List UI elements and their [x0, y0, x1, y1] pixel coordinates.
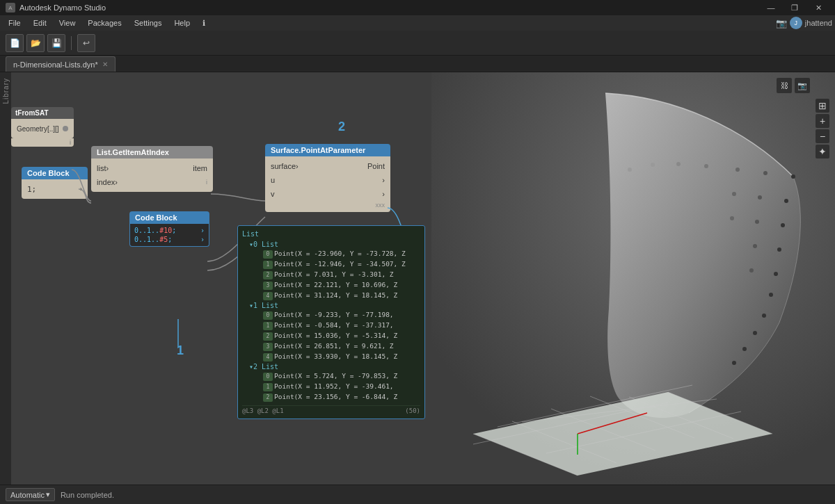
- output-list-title: List: [242, 230, 259, 238]
- surface-point: [791, 174, 795, 179]
- codeblock2-line1-port[interactable]: ›: [200, 227, 205, 234]
- library-label: Library: [2, 78, 10, 104]
- codeblock2-line2-port[interactable]: ›: [200, 236, 205, 243]
- node-codeblock2-header: Code Block: [129, 211, 209, 224]
- output-item-2-0: 0Point(X = 5.724, Y = -79.853, Z: [263, 371, 420, 382]
- list-input-label: list: [97, 164, 106, 172]
- canvas-number-1: 1: [177, 343, 184, 358]
- index-input-label: index: [97, 178, 115, 186]
- tab-label: n-Dimensional-Lists.dyn*: [13, 60, 98, 69]
- u-input-arrow: ›: [382, 176, 385, 184]
- zoom-fit-icon[interactable]: ⊞: [816, 99, 829, 113]
- node-getitem-header: List.GetItemAtIndex: [91, 146, 213, 158]
- node-codeblock1-code-row: 1; ›: [22, 182, 88, 196]
- node-surface-row-v: v ›: [265, 187, 390, 201]
- output-section-2-label: ▾2 List: [249, 362, 420, 371]
- minimize-button[interactable]: —: [760, 0, 782, 15]
- library-panel[interactable]: Library: [0, 72, 11, 485]
- node-codeblock1-body: 1; ›: [22, 179, 88, 199]
- wire-getitem-to-surface: [211, 194, 265, 201]
- output-item-1-2: 2Point(X = 15.036, Y = -5.314, Z: [263, 331, 420, 341]
- surface-point: [732, 361, 736, 365]
- geometry-output-port[interactable]: [63, 126, 68, 131]
- titlebar-controls[interactable]: — ❐ ✕: [760, 0, 829, 15]
- tabbar: n-Dimensional-Lists.dyn* ✕: [0, 56, 835, 72]
- surface-point: [753, 331, 757, 335]
- surface-point: [763, 171, 768, 175]
- output-item-0-0: 0Point(X = -23.960, Y = -73.728, Z: [263, 249, 420, 259]
- item-output-label: item: [109, 164, 207, 172]
- surface-point: [676, 162, 681, 166]
- menu-help[interactable]: Help: [168, 17, 196, 29]
- viewport-icons: ⛓ 📷 ⊞: [777, 78, 829, 113]
- open-file-button[interactable]: 📂: [26, 34, 45, 52]
- surface-point: [735, 168, 740, 172]
- output-item-2-1: 1Point(X = 11.952, Y = -39.461,: [263, 382, 420, 392]
- viewport-3d: ⛓ 📷 ⊞ + − ✦: [431, 72, 835, 485]
- node-codeblock2[interactable]: Code Block 0..1..#10; › 0..1..#5; ›: [129, 211, 209, 247]
- output-section-1: ▾1 List 0Point(X = -9.233, Y = -77.198, …: [242, 301, 420, 362]
- run-mode-label: Automatic: [10, 491, 45, 499]
- surface-point: [774, 272, 778, 276]
- output-item-0-1: 1Point(X = -12.946, Y = -34.507, Z: [263, 259, 420, 270]
- output-section-0-label: ▾0 List: [249, 240, 420, 249]
- surface-point: [704, 164, 708, 168]
- output-section-2-items: 0Point(X = 5.724, Y = -79.853, Z 1Point(…: [249, 371, 420, 403]
- output-section-1-label: ▾1 List: [249, 301, 420, 310]
- menu-view[interactable]: View: [54, 17, 81, 29]
- viewport-camera-icon[interactable]: 📷: [795, 78, 810, 93]
- node-fromsatw[interactable]: tFromSAT Geometry[..][] i: [11, 107, 74, 147]
- menubar: File Edit View Packages Settings Help ℹ …: [0, 15, 835, 31]
- menu-edit[interactable]: Edit: [28, 17, 52, 29]
- surface-point: [651, 163, 655, 167]
- output-footer-right: (50): [405, 407, 420, 414]
- camera-icon: 📷: [776, 18, 787, 29]
- surface-point: [777, 247, 781, 252]
- zoom-fit-button[interactable]: ✦: [816, 145, 829, 158]
- toolbar: 📄 📂 💾 ↩: [0, 31, 835, 56]
- zoom-out-button[interactable]: −: [816, 129, 829, 143]
- close-button[interactable]: ✕: [807, 0, 829, 15]
- node-codeblock2-line2: 0..1..#5; ›: [130, 235, 209, 244]
- surface-point: [730, 216, 734, 220]
- menu-settings[interactable]: Settings: [129, 17, 168, 29]
- new-file-button[interactable]: 📄: [6, 34, 24, 52]
- surface-point: [628, 168, 632, 172]
- codeblock1-output-port[interactable]: ›: [80, 186, 82, 193]
- node-codeblock1-header: Code Block: [22, 167, 88, 179]
- v-input-label: v: [271, 190, 275, 198]
- user-avatar: J: [790, 17, 802, 29]
- viewport-link-icon[interactable]: ⛓: [777, 78, 792, 93]
- save-file-button[interactable]: 💾: [47, 34, 65, 52]
- zoom-in-button[interactable]: +: [816, 114, 829, 128]
- codeblock1-code: 1;: [27, 185, 36, 194]
- output-item-0-4: 4Point(X = 31.124, Y = 18.145, Z: [263, 291, 420, 301]
- titlebar: A Autodesk Dynamo Studio — ❐ ✕: [0, 0, 835, 15]
- node-codeblock1[interactable]: Code Block 1; ›: [22, 167, 88, 199]
- active-tab[interactable]: n-Dimensional-Lists.dyn* ✕: [6, 56, 116, 72]
- output-item-1-3: 3Point(X = 26.851, Y = 9.621, Z: [263, 341, 420, 352]
- node-surface[interactable]: Surface.PointAtParameter surface › Point…: [265, 144, 390, 212]
- tab-close-button[interactable]: ✕: [102, 60, 108, 68]
- surface-point: [753, 244, 757, 248]
- output-item-1-0: 0Point(X = -9.233, Y = -77.198,: [263, 310, 420, 320]
- surface-point: [749, 268, 754, 273]
- output-section-2: ▾2 List 0Point(X = 5.724, Y = -79.853, Z…: [242, 362, 420, 403]
- surface-point: [732, 192, 736, 196]
- node-getitem-row-index: index › i: [91, 175, 213, 189]
- output-footer: @L3 @L2 @L1 (50): [242, 405, 420, 414]
- scene-svg: [431, 72, 835, 485]
- node-codeblock2-body: 0..1..#10; › 0..1..#5; ›: [129, 224, 209, 247]
- output-box: List ▾0 List 0Point(X = -23.960, Y = -73…: [237, 225, 425, 419]
- menu-file[interactable]: File: [3, 17, 26, 29]
- node-getitem[interactable]: List.GetItemAtIndex list › item index › …: [91, 146, 213, 192]
- menu-packages[interactable]: Packages: [82, 17, 127, 29]
- undo-button[interactable]: ↩: [77, 34, 95, 52]
- surface-point: [742, 347, 747, 351]
- surface-point: [781, 223, 785, 227]
- node-fromsatw-header: tFromSAT: [11, 107, 74, 119]
- app-title: Autodesk Dynamo Studio: [19, 3, 106, 12]
- menu-info[interactable]: ℹ: [197, 17, 211, 29]
- run-mode-dropdown[interactable]: Automatic ▾: [6, 488, 55, 501]
- maximize-button[interactable]: ❐: [784, 0, 806, 15]
